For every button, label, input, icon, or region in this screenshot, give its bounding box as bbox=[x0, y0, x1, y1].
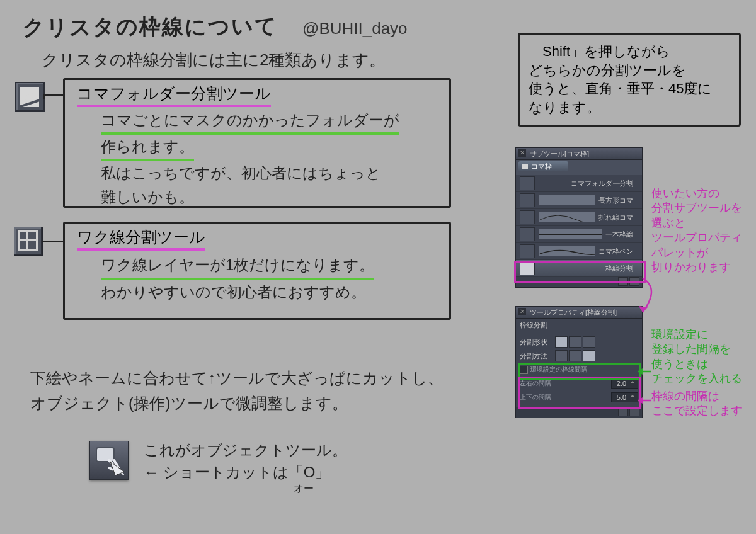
prop-panel-title: ツールプロパティ[枠線分割] bbox=[516, 307, 642, 319]
intro-text: クリスタの枠線分割には主に2種類あります。 bbox=[42, 49, 386, 71]
folder-divide-icon bbox=[15, 82, 45, 112]
object-tool-icon bbox=[89, 441, 129, 480]
tool1-name: コマフォルダー分割ツール bbox=[77, 83, 271, 107]
frame-divide-icon bbox=[14, 227, 43, 256]
page-title: クリスタの枠線について bbox=[23, 12, 278, 42]
obj-tool-shortcut: ← ショートカットは「O」 bbox=[144, 463, 330, 480]
prop-env-row[interactable]: 環境設定の枠線間隔 bbox=[520, 363, 638, 377]
subtool-panel-footer bbox=[516, 277, 642, 287]
svg-rect-0 bbox=[96, 448, 114, 462]
anno-select-subtool: 使いたい方の 分割サブツールを 選ぶと ツールプロパティ パレットが 切りかわり… bbox=[651, 186, 742, 275]
prop-method-row[interactable]: 分割方法 bbox=[520, 349, 638, 363]
tool1-line4: 難しいかも。 bbox=[101, 188, 194, 205]
subtool-row-folder-divide[interactable]: コマフォルダー分割 bbox=[516, 175, 642, 192]
prop-lr-row[interactable]: 左右の間隔 2.0 bbox=[520, 377, 638, 390]
tool1-line2: 作られます。 bbox=[101, 135, 194, 161]
obj-tool-reading: オー bbox=[294, 482, 314, 496]
prop-panel-footer bbox=[516, 407, 642, 418]
subtool-tab[interactable]: コマ枠 bbox=[518, 161, 568, 171]
subtool-row-frame-divide[interactable]: 枠線分割 bbox=[516, 260, 642, 277]
tool1-line3: 私はこっちですが、初心者にはちょっと bbox=[101, 164, 381, 181]
prop-shape-row[interactable]: 分割形状 bbox=[520, 335, 638, 349]
tool2-name: ワク線分割ツール bbox=[77, 227, 205, 251]
bottom-para: 下絵やネームに合わせて↑ツールで大ざっぱにカットし、 オブジェクト(操作)ツール… bbox=[30, 365, 444, 416]
subtool-row-single-frame[interactable]: 一本枠線 bbox=[516, 226, 642, 243]
subtool-row-frame-pen[interactable]: コマ枠ペン bbox=[516, 243, 642, 260]
twitter-handle: @BUHII_dayo bbox=[302, 19, 408, 38]
tool1-line1: コマごとにマスクのかかったフォルダーが bbox=[101, 108, 399, 135]
tool-property-panel: ツールプロパティ[枠線分割] 枠線分割 分割形状 分割方法 環境設定の枠線間隔 … bbox=[515, 306, 643, 418]
subtool-row-rect-frame[interactable]: 長方形コマ bbox=[516, 192, 642, 209]
obj-tool-label: これがオブジェクトツール。 bbox=[144, 441, 347, 458]
prop-header: 枠線分割 bbox=[516, 319, 642, 332]
anno-spacing: 枠線の間隔は ここで設定します bbox=[651, 389, 742, 419]
subtool-row-polyline-frame[interactable]: 折れ線コマ bbox=[516, 209, 642, 226]
prop-tb-row[interactable]: 上下の間隔 5.0 bbox=[520, 390, 638, 404]
subtool-panel: サブツール[コマ枠] コマ枠 コマフォルダー分割 長方形コマ 折れ線コマ 一本枠… bbox=[515, 147, 643, 288]
tool2-line1: ワク線レイヤーが1枚だけになります。 bbox=[101, 253, 374, 280]
shift-tip-box: 「Shift」を押しながら どちらかの分割ツールを 使うと、直角・垂平・45度に… bbox=[518, 33, 741, 127]
tool2-line2: わかりやすいので初心者におすすめ。 bbox=[101, 283, 366, 300]
anno-env-setting: 環境設定に 登録した間隔を 使うときは チェックを入れる bbox=[651, 327, 742, 387]
subtool-panel-title: サブツール[コマ枠] bbox=[516, 148, 642, 160]
